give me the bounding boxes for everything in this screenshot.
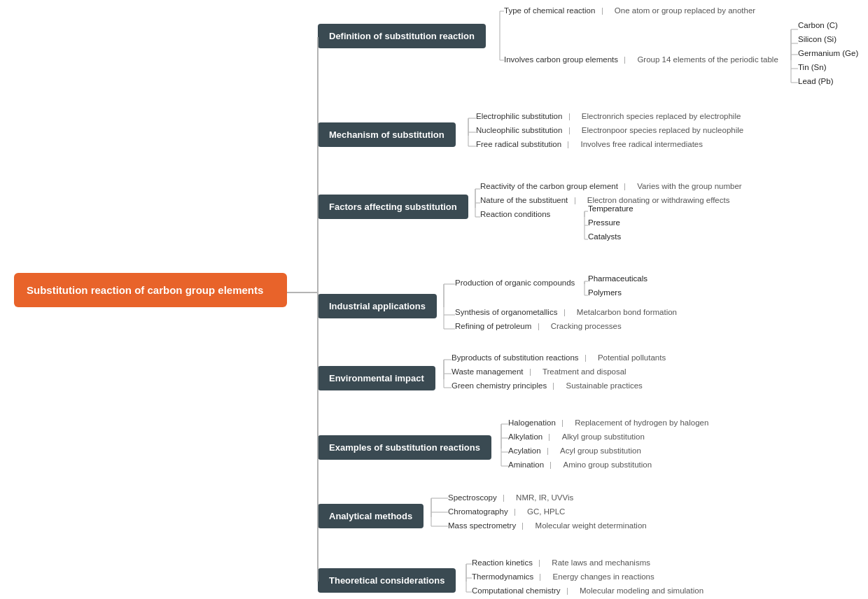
leaf-indp2: Polymers (588, 288, 622, 297)
leaf-ex4: Amination Amino group substitution (508, 460, 652, 469)
leaf-ind3: Refining of petroleum Cracking processes (455, 322, 622, 330)
leaf-the1: Reaction kinetics Rate laws and mechanis… (472, 558, 650, 567)
leaf-cond2: Pressure (588, 218, 620, 227)
branch-factors: Factors affecting substitution (318, 195, 468, 219)
leaf-ex3: Acylation Acyl group substitution (508, 446, 641, 455)
leaf-env1: Byproducts of substitution reactions Pot… (451, 353, 666, 362)
leaf-ex1: Halogenation Replacement of hydrogen by … (508, 418, 708, 427)
branch-environmental: Environmental impact (318, 366, 435, 390)
leaf-env2: Waste management Treatment and disposal (451, 367, 626, 376)
leaf-defsub1: Carbon (C) (798, 21, 838, 29)
leaf-cond1: Temperature (588, 204, 634, 213)
leaf-mech2: Nucleophilic substitution Electronpoor s… (476, 126, 743, 134)
leaf-def1: Type of chemical reaction One atom or gr… (504, 6, 755, 15)
leaf-mech3: Free radical substitution Involves free … (476, 140, 703, 148)
branch-definition: Definition of substitution reaction (318, 24, 486, 48)
leaf-defsub2: Silicon (Si) (798, 35, 836, 43)
leaf-mech1: Electrophilic substitution Electronrich … (476, 112, 741, 120)
leaf-fac2: Nature of the substituent Electron donat… (480, 196, 729, 204)
leaf-env3: Green chemistry principles Sustainable p… (451, 381, 643, 390)
leaf-ind2: Synthesis of organometallics Metalcarbon… (455, 308, 677, 316)
branch-mechanism: Mechanism of substitution (318, 122, 456, 147)
leaf-defsub3: Germanium (Ge) (798, 49, 858, 57)
leaf-indp1: Pharmaceuticals (588, 274, 648, 283)
leaf-ind1: Production of organic compounds (455, 279, 575, 287)
leaf-the3: Computational chemistry Molecular modeli… (472, 586, 704, 595)
leaf-ex2: Alkylation Alkyl group substitution (508, 432, 645, 441)
root-node: Substitution reaction of carbon group el… (14, 273, 287, 307)
leaf-fac3: Reaction conditions (480, 210, 550, 218)
leaf-def2: Involves carbon group elements Group 14 … (504, 55, 778, 64)
mind-map-canvas: Substitution reaction of carbon group el… (0, 0, 868, 599)
root-label: Substitution reaction of carbon group el… (27, 284, 263, 296)
branch-analytical: Analytical methods (318, 504, 424, 528)
leaf-defsub5: Lead (Pb) (798, 77, 834, 85)
branch-examples: Examples of substitution reactions (318, 435, 491, 460)
branch-theoretical: Theoretical considerations (318, 568, 456, 593)
leaf-cond3: Catalysts (588, 232, 621, 241)
leaf-ana3: Mass spectrometry Molecular weight deter… (448, 521, 647, 530)
leaf-ana1: Spectroscopy NMR, IR, UVVis (448, 493, 573, 502)
leaf-ana2: Chromatography GC, HPLC (448, 507, 565, 516)
leaf-fac1: Reactivity of the carbon group element V… (480, 182, 742, 190)
branch-industrial: Industrial applications (318, 294, 437, 318)
leaf-defsub4: Tin (Sn) (798, 63, 826, 71)
leaf-the2: Thermodynamics Energy changes in reactio… (472, 572, 654, 581)
